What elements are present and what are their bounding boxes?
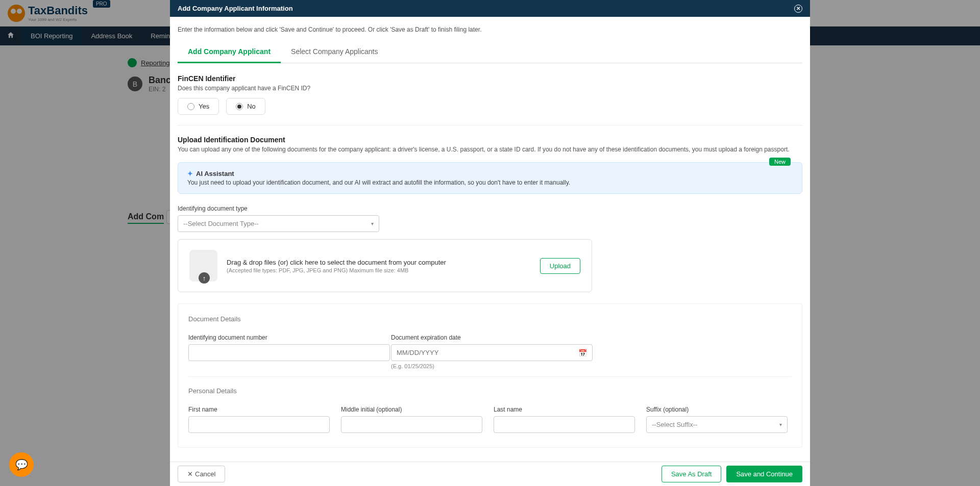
modal-instruction: Enter the information below and click 'S… — [178, 26, 802, 33]
modal-title: Add Company Applicant Information — [178, 5, 293, 12]
id-number-label: Identifying document number — [188, 334, 380, 341]
last-name-input[interactable] — [494, 416, 635, 433]
tab-select-applicants[interactable]: Select Company Applicants — [281, 42, 388, 63]
doc-type-label: Identifying document type — [178, 205, 802, 212]
last-name-label: Last name — [494, 406, 635, 413]
radio-icon — [187, 103, 194, 110]
id-number-input[interactable] — [188, 344, 390, 361]
fincen-radio-group: Yes No — [178, 98, 802, 115]
middle-initial-label: Middle initial (optional) — [341, 406, 482, 413]
drop-line1: Drag & drop files (or) click here to sel… — [227, 259, 531, 266]
file-drop-zone[interactable]: Drag & drop files (or) click here to sel… — [178, 239, 592, 292]
modal-footer: ✕ Cancel Save As Draft Save and Continue — [170, 462, 810, 486]
cancel-button[interactable]: ✕ Cancel — [178, 466, 225, 482]
doc-type-select[interactable]: --Select Document Type-- ▾ — [178, 215, 379, 232]
expiration-hint: (E.g. 01/25/2025) — [391, 363, 582, 369]
chat-fab[interactable]: 💬 — [9, 452, 34, 477]
chevron-down-icon: ▾ — [779, 422, 782, 427]
suffix-select[interactable]: --Select Suffix-- ▾ — [646, 416, 788, 433]
fincen-yes-radio[interactable]: Yes — [178, 98, 219, 115]
divider — [178, 125, 802, 125]
save-continue-button[interactable]: Save and Continue — [726, 466, 802, 482]
radio-icon — [236, 103, 243, 110]
first-name-label: First name — [188, 406, 330, 413]
modal-body: Enter the information below and click 'S… — [170, 17, 810, 462]
radio-label-no: No — [247, 103, 256, 110]
doc-type-placeholder: --Select Document Type-- — [183, 220, 259, 227]
calendar-icon[interactable]: 📅 — [578, 349, 587, 357]
document-details-panel: Document Details Identifying document nu… — [178, 303, 802, 448]
modal: Add Company Applicant Information ✕ Ente… — [170, 0, 810, 486]
sparkle-icon: ✦ — [187, 170, 193, 177]
expiration-label: Document expiration date — [391, 334, 582, 341]
radio-label-yes: Yes — [199, 103, 209, 110]
suffix-label: Suffix (optional) — [646, 406, 788, 413]
chat-icon: 💬 — [15, 458, 28, 471]
upload-subtext: You can upload any one of the following … — [178, 146, 802, 153]
save-draft-button[interactable]: Save As Draft — [662, 466, 721, 482]
ai-title: ✦ AI Assistant — [187, 170, 793, 177]
personal-details-heading: Personal Details — [188, 387, 792, 395]
suffix-placeholder: --Select Suffix-- — [652, 421, 697, 428]
ai-assistant-box: New ✦ AI Assistant You just need to uplo… — [178, 162, 802, 194]
first-name-input[interactable] — [188, 416, 330, 433]
expiration-date-field[interactable] — [397, 349, 578, 356]
new-badge: New — [769, 158, 791, 166]
middle-initial-input[interactable] — [341, 416, 482, 433]
upload-image-icon — [189, 250, 217, 282]
fincen-heading: FinCEN Identifier — [178, 74, 802, 83]
modal-header: Add Company Applicant Information ✕ — [170, 0, 810, 17]
upload-heading: Upload Identification Document — [178, 136, 802, 144]
fincen-no-radio[interactable]: No — [226, 98, 265, 115]
ai-description: You just need to upload your identificat… — [187, 179, 793, 186]
tab-add-applicant[interactable]: Add Company Applicant — [178, 42, 281, 63]
chevron-down-icon: ▾ — [371, 221, 374, 226]
drop-text: Drag & drop files (or) click here to sel… — [227, 259, 531, 273]
expiration-input[interactable]: 📅 — [391, 344, 593, 361]
fincen-question: Does this company applicant have a FinCE… — [178, 85, 802, 92]
document-details-heading: Document Details — [188, 315, 792, 323]
drop-line2: (Accepted file types: PDF, JPG, JPEG and… — [227, 267, 531, 273]
cancel-label: Cancel — [195, 470, 215, 478]
x-icon: ✕ — [187, 470, 193, 478]
close-icon[interactable]: ✕ — [794, 5, 802, 13]
divider — [188, 376, 792, 377]
tabs: Add Company Applicant Select Company App… — [178, 42, 802, 63]
ai-title-text: AI Assistant — [196, 170, 234, 177]
upload-button[interactable]: Upload — [540, 258, 580, 274]
